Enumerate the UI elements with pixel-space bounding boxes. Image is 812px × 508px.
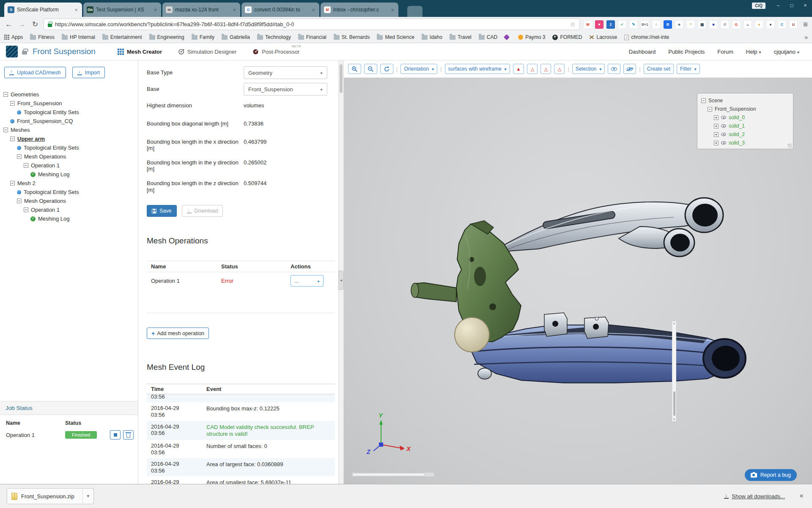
expand-icon[interactable] (714, 115, 719, 120)
show-all-downloads-link[interactable]: Show all downloads... (724, 493, 785, 500)
header-nav-item[interactable]: cjquijano (774, 49, 799, 55)
extension-icon[interactable]: G (732, 20, 741, 29)
tree-item-icon[interactable] (10, 101, 15, 106)
reload-button[interactable]: ↻ (30, 20, 40, 29)
url-bar[interactable]: https://www.simscale.com/workbench/?publ… (44, 19, 580, 30)
bookmark-item[interactable]: Family (192, 34, 214, 40)
tree-item[interactable]: Topological Entity Sets (0, 188, 138, 197)
mesh-operation-row[interactable]: Operation 1 Error ... (147, 272, 335, 313)
tree-item[interactable]: Upper arm (0, 134, 138, 143)
tree-item[interactable]: Topological Entity Sets (0, 108, 138, 117)
extension-icon[interactable]: ♥ (595, 20, 604, 29)
tree-item-icon[interactable] (30, 216, 36, 221)
save-button[interactable]: Save (147, 205, 177, 217)
upper-control-arm-model[interactable] (491, 198, 723, 257)
tree-item[interactable]: Mesh Operations (0, 197, 138, 205)
tree-item-icon[interactable] (17, 190, 21, 194)
extension-icon[interactable]: 8+1 (641, 20, 649, 29)
header-nav-item[interactable]: Help (746, 49, 761, 55)
bookmark-item[interactable]: Paymo 3 (518, 34, 545, 40)
operation-actions-select[interactable]: ... (291, 275, 324, 287)
visibility-eye-icon[interactable] (721, 116, 726, 119)
tree-item[interactable]: Meshing Log (0, 170, 138, 179)
bookmark-item[interactable]: Med Science (377, 34, 414, 40)
visibility-eye-icon[interactable] (721, 124, 726, 128)
event-log-scrollbar[interactable]: ▲ ▼ (672, 321, 676, 421)
tree-item[interactable]: Meshes (0, 126, 138, 134)
extension-icon[interactable]: Ø (721, 20, 729, 29)
bookmark-item[interactable] (505, 35, 511, 39)
extension-icon[interactable]: M (584, 20, 592, 29)
bookmark-item[interactable]: CAD (479, 34, 497, 40)
tree-item-icon[interactable] (10, 181, 15, 186)
bookmark-item[interactable]: Fitness (30, 34, 55, 40)
tab-post-processor[interactable]: BETA Post-Processor (252, 49, 299, 55)
report-bug-button[interactable]: Report a bug (745, 469, 797, 481)
zoom-out-button[interactable] (364, 64, 377, 74)
bookmark-item[interactable]: Technology (257, 34, 291, 40)
scene-tree-panel[interactable]: Scene Front_Suspension solid_0 solid_1 (697, 93, 793, 149)
tree-item-icon[interactable] (3, 128, 8, 132)
bookmark-item[interactable]: Lacrosse (589, 34, 617, 40)
bookmark-item[interactable]: HP Internal (62, 34, 95, 40)
collapse-icon[interactable] (708, 107, 712, 112)
minimize-button[interactable]: – (771, 0, 785, 11)
tree-item[interactable]: Operation 1 (0, 161, 138, 170)
extension-icon[interactable]: ● (766, 20, 775, 29)
upload-cad-button[interactable]: Upload CAD/mesh (4, 67, 66, 78)
hide-button[interactable] (623, 64, 636, 74)
mesh-quality-button-2[interactable]: △ (527, 64, 538, 74)
bookmark-item[interactable]: Travel (450, 34, 472, 40)
new-tab-button[interactable] (407, 6, 422, 17)
download-button[interactable]: Download (182, 205, 223, 217)
tree-item[interactable]: Topological Entity Sets (0, 143, 138, 152)
base-type-select[interactable]: Geometry (244, 66, 327, 79)
close-button[interactable]: × (798, 0, 812, 11)
bookmark-item[interactable]: Engineering (149, 34, 184, 40)
render-mode-dropdown[interactable]: surfaces with wireframe (445, 64, 510, 74)
download-item[interactable]: Front_Suspension.zip (7, 488, 94, 504)
mesh-quality-button-1[interactable]: ▲ (513, 64, 524, 74)
bookmark-item[interactable]: Apps (4, 34, 23, 40)
tree-item-icon[interactable] (3, 92, 8, 97)
download-item-menu[interactable] (82, 489, 93, 504)
chrome-menu-icon[interactable]: ≡ (803, 20, 808, 29)
extension-icon[interactable]: C (778, 20, 786, 29)
extension-icon[interactable]: 2 (606, 20, 615, 29)
tab-mesh-creator[interactable]: Mesh Creator (118, 49, 162, 55)
scroll-thumb[interactable] (340, 64, 343, 93)
tree-item-icon[interactable] (17, 110, 21, 115)
scene-solid-row[interactable]: solid_2 (701, 130, 789, 139)
visibility-eye-icon[interactable] (721, 141, 726, 145)
scene-root-row[interactable]: Scene (701, 96, 789, 105)
create-set-button[interactable]: Create set (644, 64, 674, 74)
stop-job-button[interactable] (110, 430, 121, 440)
3d-viewport-canvas[interactable]: Scene Front_Suspension solid_0 solid_1 (344, 77, 812, 484)
url-text[interactable]: https://www.simscale.com/workbench/?publ… (55, 21, 567, 27)
extension-icon[interactable]: ▲ (743, 20, 752, 29)
tab-simulation-designer[interactable]: Simulation Designer (178, 49, 236, 55)
ball-joint-model[interactable] (455, 317, 489, 352)
tab-close-icon[interactable]: × (390, 7, 395, 13)
joint-fitting-model[interactable] (478, 368, 491, 379)
scene-solid-row[interactable]: solid_1 (701, 122, 789, 130)
extension-icon[interactable]: ✓ (618, 20, 626, 29)
extension-icon[interactable]: ▦ (698, 20, 706, 29)
expand-icon[interactable] (714, 132, 719, 137)
bookmarks-overflow-icon[interactable]: » (804, 34, 808, 41)
mesh-quality-button-3[interactable]: △ (540, 64, 551, 74)
maximize-button[interactable]: □ (785, 0, 798, 11)
back-button[interactable]: ← (4, 20, 14, 29)
browser-tab[interactable]: M Inbox - christopher.c × (321, 3, 398, 17)
visibility-eye-icon[interactable] (721, 133, 726, 136)
orientation-dropdown[interactable]: Orientation (401, 64, 437, 74)
tree-item-icon[interactable] (10, 119, 14, 123)
mesh-quality-button-4[interactable]: △ (554, 64, 565, 74)
tab-close-icon[interactable]: × (74, 7, 79, 13)
import-button[interactable]: Import (72, 67, 105, 78)
zoom-in-button[interactable] (348, 64, 361, 74)
bookmark-star-icon[interactable]: ☆ (570, 21, 575, 28)
tree-item-icon[interactable] (30, 172, 36, 177)
tab-close-icon[interactable]: × (232, 7, 237, 13)
header-nav-item[interactable]: Dashboard (629, 49, 656, 55)
